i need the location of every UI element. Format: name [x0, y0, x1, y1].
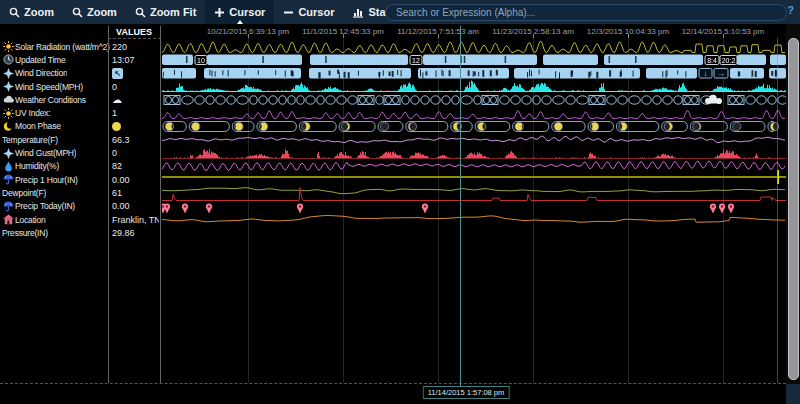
latest-data-marker — [777, 38, 778, 383]
metric-label: Moon Phase — [15, 121, 61, 131]
sidebar-row-uv-index[interactable]: UV Index:1 — [0, 106, 160, 119]
sun-icon — [2, 41, 15, 52]
sidebar-row-pressure-in[interactable]: Pressure(IN)29.86 — [0, 226, 160, 239]
metric-value: ↖ — [112, 68, 159, 79]
wind-icon — [2, 148, 15, 159]
metric-label: UV Index: — [15, 108, 51, 118]
metric-value: 0 — [112, 82, 159, 92]
sidebar-row-precip-1-hour-in[interactable]: Precip 1 Hour(IN)0.00 — [0, 173, 160, 186]
metric-label: Solar Radiation (watt/m^2) — [15, 42, 110, 52]
metric-label: Wind Speed(MPH) — [15, 82, 83, 92]
bar-chart-icon — [352, 7, 364, 18]
search-input[interactable] — [385, 4, 787, 21]
chart-canvas[interactable] — [162, 38, 786, 383]
sidebar-row-solar-radiation-watt-m-2[interactable]: Solar Radiation (watt/m^2)220 — [0, 40, 160, 53]
scrollbar-corner — [786, 384, 800, 404]
sidebar-metric-list: Solar Radiation (watt/m^2)220Updated Tim… — [0, 40, 160, 239]
metric-label: Pressure(IN) — [2, 228, 48, 238]
metric-value: 0.00 — [112, 175, 159, 185]
help-button[interactable]: ? — [787, 4, 794, 16]
values-chart-divider — [160, 26, 161, 383]
metric-label: Wind Direction — [15, 68, 67, 78]
sidebar-row-wind-gust-mph[interactable]: Wind Gust(MPH)0 — [0, 146, 160, 159]
sidebar-row-dewpoint-f[interactable]: Dewpoint(F)61 — [0, 186, 160, 199]
toolbar-button-label: Zoom — [87, 6, 117, 18]
toolbar-button-label: Zoom Fit — [150, 6, 196, 18]
moon-icon — [2, 121, 15, 132]
cursor-line[interactable] — [460, 26, 461, 387]
wind-direction-arrow-icon: ↖ — [112, 68, 123, 79]
metric-value: 0.00 — [112, 201, 159, 211]
sidebar-row-temperature-f[interactable]: Temperature(F)66.3 — [0, 133, 160, 146]
cloud-value-icon: ☁ — [112, 95, 122, 105]
toolbar-button-zoom-1[interactable]: Zoom — [63, 0, 126, 24]
metric-value: 13:07 — [112, 55, 159, 65]
vertical-scrollbar[interactable] — [786, 24, 800, 384]
rain-icon — [2, 174, 15, 185]
metric-value: 1 — [112, 108, 159, 118]
sidebar-row-updated-time[interactable]: Updated Time13:07 — [0, 53, 160, 66]
droplet-icon — [2, 161, 15, 172]
sidebar-row-moon-phase[interactable]: Moon Phase — [0, 120, 160, 133]
wind-icon — [2, 68, 15, 79]
cloud-icon — [2, 94, 15, 105]
toolbar-button-label: Cursor — [229, 6, 265, 18]
toolbar-button-label: Cursor — [298, 6, 334, 18]
toolbar-button-zoom-fit-2[interactable]: Zoom Fit — [126, 0, 205, 24]
weather-grapher-app: ZoomZoomZoom FitCursorCursorStatsUnitsTo… — [0, 0, 800, 404]
cursor-timestamp: 11/14/2015 1:57:08 pm — [423, 386, 510, 399]
magnifier-icon — [135, 7, 146, 18]
sidebar-row-wind-speed-mph[interactable]: Wind Speed(MPH)0 — [0, 80, 160, 93]
clock-icon — [2, 54, 15, 65]
chart-bottom-border — [0, 383, 786, 384]
sidebar-row-precip-today-in[interactable]: Precip Today(IN)0.00 — [0, 200, 160, 213]
metric-value: 66.3 — [112, 135, 159, 145]
magnifier-icon — [9, 7, 20, 18]
metric-value: 61 — [112, 188, 159, 198]
values-column-header: VALUES — [110, 27, 158, 37]
metric-value: ☁ — [112, 95, 159, 105]
toolbar-button-cursor-4[interactable]: Cursor — [274, 0, 343, 24]
metric-value: 220 — [112, 42, 159, 52]
minus-icon — [283, 7, 294, 18]
sidebar-values-divider — [108, 26, 109, 383]
metric-label: Location — [15, 215, 46, 225]
moon-value-icon — [112, 122, 121, 131]
metric-label: Precip Today(IN) — [15, 201, 75, 211]
sidebar-row-location[interactable]: LocationFranklin, TN — [0, 213, 160, 226]
toolbar: ZoomZoomZoom FitCursorCursorStatsUnitsTo… — [0, 0, 800, 24]
metric-value: 82 — [112, 161, 159, 171]
sidebar-row-weather-conditions[interactable]: Weather Conditions☁ — [0, 93, 160, 106]
metric-value: 29.86 — [112, 228, 159, 238]
sidebar-row-humidity[interactable]: Humidity(%)82 — [0, 160, 160, 173]
house-icon — [2, 214, 15, 225]
metric-label: Weather Conditions — [15, 95, 86, 105]
metric-value — [112, 122, 159, 131]
wind-icon — [2, 81, 15, 92]
metric-label: Humidity(%) — [15, 161, 59, 171]
toolbar-button-zoom-0[interactable]: Zoom — [0, 0, 63, 24]
scrollbar-thumb[interactable] — [788, 38, 799, 380]
metric-label: Updated Time — [15, 55, 66, 65]
magnifier-icon — [72, 7, 83, 18]
metric-value: Franklin, TN — [112, 215, 159, 225]
plus-icon — [214, 7, 225, 18]
metric-label: Dewpoint(F) — [2, 188, 46, 198]
metric-label: Temperature(F) — [2, 135, 58, 145]
toolbar-button-cursor-3[interactable]: Cursor — [205, 0, 274, 24]
sun-icon — [2, 108, 15, 119]
rain-icon — [2, 201, 15, 212]
toolbar-button-label: Zoom — [24, 6, 54, 18]
metric-value: 0 — [112, 148, 159, 158]
metric-label: Wind Gust(MPH) — [15, 148, 76, 158]
sidebar-row-wind-direction[interactable]: Wind Direction↖ — [0, 67, 160, 80]
metric-label: Precip 1 Hour(IN) — [15, 175, 78, 185]
